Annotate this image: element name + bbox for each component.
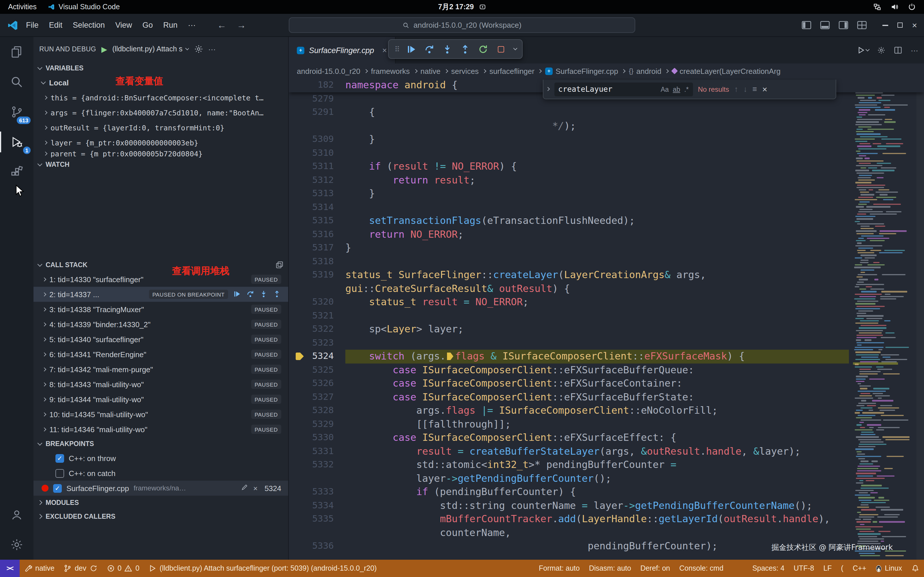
status-indentation[interactable]: Spaces: 4 [748, 564, 789, 572]
variable-item[interactable]: layer = {m_ptr:0x00000000000003eb} [34, 135, 288, 150]
breakpoint-checkbox[interactable]: ✓ [53, 484, 62, 492]
gutter[interactable]: 5331 [289, 445, 345, 458]
code-line-5291[interactable]: 5291 { [289, 106, 924, 119]
gutter[interactable]: 5320 [289, 295, 345, 309]
gutter[interactable]: 5310 [289, 146, 345, 160]
tab-close-icon[interactable]: × [382, 45, 387, 55]
toggle-replace-icon[interactable] [546, 87, 549, 91]
activitybar-search[interactable] [0, 67, 34, 97]
clock[interactable]: 7月2 17:29 [438, 2, 486, 12]
gutter[interactable] [289, 472, 345, 485]
find-input[interactable]: createLayuer Aa ab .* [554, 82, 693, 96]
code-line-5318[interactable]: 5318 [289, 255, 924, 268]
continue-button[interactable] [406, 44, 417, 54]
breadcrumb-item[interactable]: {}android [629, 67, 662, 75]
window-maximize-icon[interactable] [897, 23, 903, 28]
gutter[interactable]: 5334 [289, 499, 345, 513]
variable-item[interactable]: this = {android::BnSurfaceComposer:<inco… [34, 90, 288, 105]
gutter[interactable] [289, 119, 345, 133]
scope-local[interactable]: Local [34, 75, 288, 90]
breadcrumb-item[interactable]: android-15.0.0_r20 [297, 67, 360, 75]
find-previous-icon[interactable]: ↑ [734, 85, 738, 93]
code-line-5331[interactable]: 5331 result = createBufferStateLayer(arg… [289, 445, 924, 458]
toolbar-drag-handle[interactable]: ⠿ [394, 45, 399, 53]
minimap[interactable] [853, 79, 898, 560]
status-branch[interactable]: dev [59, 560, 102, 577]
status-language-mode[interactable]: C++ [848, 564, 871, 572]
breadcrumb-item[interactable]: services [451, 67, 479, 75]
callstack-frame[interactable]: 4: tid=14339 "binder:14330_2"PAUSED [34, 317, 288, 332]
match-case-icon[interactable]: Aa [661, 86, 669, 93]
inline-breakpoint-icon[interactable] [447, 353, 453, 360]
activitybar-account[interactable] [0, 500, 34, 530]
command-center[interactable]: android-15.0.0_r20 (Workspace) [289, 17, 635, 33]
gutter[interactable]: 5330 [289, 431, 345, 445]
status-deref[interactable]: Deref: on [636, 564, 675, 572]
code-line-5316[interactable]: 5316 return NO_ERROR; [289, 227, 924, 241]
status-problems[interactable]: 0 0 [102, 560, 144, 577]
status-notifications[interactable] [907, 564, 924, 572]
navigate-forward-icon[interactable]: → [237, 20, 246, 30]
gutter[interactable] [289, 526, 345, 540]
gutter[interactable] [289, 282, 345, 295]
breakpoint-item[interactable]: ✓C++: on throw [34, 451, 288, 466]
code-line-wrap[interactable]: gui::CreateSurfaceResult& outResult) { [289, 282, 924, 295]
status-debug-session[interactable]: (lldbclient.py) Attach surfaceflinger (p… [144, 560, 381, 577]
step-over-button[interactable] [424, 44, 435, 54]
code-line-5330[interactable]: 5330 case ISurfaceComposerClient::eFXSur… [289, 431, 924, 445]
gutter[interactable]: 5316 [289, 227, 345, 241]
edit-breakpoint-icon[interactable] [241, 484, 249, 493]
more-actions-icon[interactable]: ··· [911, 46, 918, 55]
gutter[interactable]: 5335 [289, 513, 345, 526]
run-file-button[interactable] [857, 46, 869, 54]
menu-selection[interactable]: Selection [68, 18, 110, 32]
variable-item[interactable]: outResult = {layerId:0, transformHint:0} [34, 120, 288, 135]
gutter[interactable]: 5317 [289, 241, 345, 255]
more-actions-icon[interactable]: ··· [208, 45, 216, 53]
scrollbar[interactable] [916, 79, 924, 560]
status-encoding[interactable]: UTF-8 [789, 564, 819, 572]
copy-callstack-icon[interactable] [275, 261, 284, 269]
status-os[interactable]: Linux [871, 564, 907, 572]
menu-view[interactable]: View [110, 18, 137, 32]
step-out-icon[interactable] [273, 290, 281, 298]
chevron-down-icon[interactable] [513, 47, 517, 50]
window-close-icon[interactable]: × [912, 22, 917, 28]
menu-[interactable]: ··· [183, 18, 201, 32]
breadcrumb-item[interactable]: native [420, 67, 440, 75]
callstack-frame[interactable]: 3: tid=14338 "TracingMuxer"PAUSED [34, 302, 288, 317]
callstack-frame[interactable]: 9: tid=14344 "mali-utility-wo"PAUSED [34, 392, 288, 407]
step-over-icon[interactable] [247, 290, 255, 298]
gutter[interactable]: 5325 [289, 363, 345, 377]
callstack-frame[interactable]: 6: tid=14341 "RenderEngine"PAUSED [34, 347, 288, 362]
gutter[interactable]: 5311 [289, 160, 345, 173]
code-line-5334[interactable]: 5334 std::string counterName = layer->ge… [289, 499, 924, 513]
code-line-wrap[interactable]: */); [289, 119, 924, 133]
breadcrumb-item[interactable]: frameworks [371, 67, 410, 75]
code-line-5309[interactable]: 5309 } [289, 133, 924, 146]
remote-indicator[interactable]: >< [0, 560, 19, 577]
menu-run[interactable]: Run [158, 18, 183, 32]
power-icon[interactable] [908, 3, 916, 11]
callstack-frame[interactable]: 5: tid=14340 "surfaceflinger"PAUSED [34, 332, 288, 347]
section-modules[interactable]: MODULES [34, 496, 288, 509]
code-line-5320[interactable]: 5320 status_t result = NO_ERROR; [289, 295, 924, 309]
callstack-frame[interactable]: 1: tid=14330 "surfaceflinger"PAUSED [34, 272, 288, 287]
code-line-5325[interactable]: 5325 case ISurfaceComposerClient::eFXSur… [289, 363, 924, 377]
breakpoint-item[interactable]: ✓SurfaceFlinger.cppframeworks/na…×5324 [34, 480, 288, 496]
activitybar-run-debug[interactable]: 1 [0, 127, 34, 157]
code-line-5310[interactable]: 5310 [289, 146, 924, 160]
menu-go[interactable]: Go [137, 18, 158, 32]
toggle-panel-icon[interactable] [820, 21, 830, 29]
find-next-icon[interactable]: ↓ [743, 85, 748, 93]
status-format[interactable]: Format: auto [534, 564, 585, 572]
whole-word-icon[interactable]: ab [673, 86, 680, 93]
breadcrumb-item[interactable]: createLayer(LayerCreationArg [672, 67, 781, 75]
code-line-5319[interactable]: 5319status_t SurfaceFlinger::createLayer… [289, 268, 924, 282]
code-line-5335[interactable]: 5335 mBufferCountTracker.add(LayerHandle… [289, 513, 924, 526]
activitybar-source-control[interactable]: 613 [0, 97, 34, 127]
callstack-frame[interactable]: 8: tid=14343 "mali-utility-wo"PAUSED [34, 377, 288, 392]
code-line-5314[interactable]: 5314 [289, 200, 924, 214]
gutter[interactable]: 5329 [289, 417, 345, 431]
code-line-5313[interactable]: 5313 } [289, 187, 924, 200]
